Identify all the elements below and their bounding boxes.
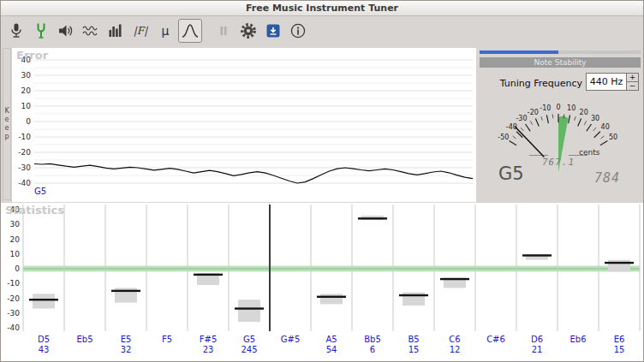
note-range-box bbox=[238, 300, 260, 322]
meter-tick-label: 40 bbox=[601, 123, 610, 131]
note-range-box bbox=[33, 294, 55, 308]
spin-up-button[interactable]: + bbox=[627, 74, 638, 81]
note-count-label: 23 bbox=[203, 345, 214, 354]
note-count-label: 54 bbox=[326, 345, 337, 354]
meter-tick-label: 30 bbox=[591, 115, 599, 122]
meter-tick bbox=[530, 121, 532, 124]
meter-tick-label: -10 bbox=[540, 104, 551, 112]
spin-down-button[interactable]: − bbox=[627, 81, 638, 90]
keep-handle[interactable]: Keep bbox=[3, 48, 11, 200]
gear-icon bbox=[238, 21, 259, 41]
meter-tick bbox=[546, 115, 548, 123]
note-count-label: 12 bbox=[450, 345, 461, 354]
meter-tick bbox=[510, 141, 517, 145]
window-titlebar[interactable]: Free Music Instrument Tuner bbox=[0, 0, 644, 16]
error-ytick: -20 bbox=[18, 148, 31, 157]
note-count-label: 6 bbox=[370, 345, 375, 354]
meter-tick bbox=[513, 136, 516, 139]
tuning-fork-icon bbox=[31, 21, 51, 41]
settings-button[interactable] bbox=[236, 19, 260, 43]
current-note-name: G5 bbox=[498, 163, 524, 184]
note-name-label: Eb5 bbox=[76, 335, 92, 344]
fourier-icon: |F| bbox=[134, 25, 147, 37]
waveform-view-button[interactable] bbox=[79, 19, 103, 43]
note-median-line bbox=[111, 290, 140, 292]
note-median-line bbox=[605, 262, 634, 264]
error-ytick: -10 bbox=[18, 133, 31, 141]
error-ytick: -30 bbox=[18, 163, 31, 172]
meter-tick-label: -50 bbox=[498, 134, 509, 141]
note-stability-progress bbox=[480, 50, 641, 54]
note-name-label: G5 bbox=[243, 335, 255, 344]
note-median-line bbox=[358, 217, 387, 219]
window-title: Free Music Instrument Tuner bbox=[246, 3, 398, 14]
note-name-label: E6 bbox=[614, 335, 625, 344]
note-name-label: B5 bbox=[408, 335, 419, 344]
note-name-label: Eb6 bbox=[569, 335, 586, 344]
mu-icon: μ bbox=[162, 24, 170, 38]
note-name-label: A5 bbox=[325, 335, 337, 344]
target-frequency: 784 bbox=[594, 170, 620, 186]
note-median-line bbox=[440, 278, 469, 280]
meter-tick bbox=[584, 121, 586, 124]
pause-button[interactable] bbox=[212, 19, 236, 43]
error-plot: 403020100-10-20-30-40 bbox=[12, 48, 476, 202]
note-name-label: D5 bbox=[38, 335, 50, 344]
histogram-icon bbox=[105, 21, 126, 41]
info-icon bbox=[288, 21, 308, 41]
statistics-panel: 403020100-10-20-30-40D543Eb5E532F5F#523G… bbox=[1, 203, 643, 362]
note-median-line bbox=[29, 299, 58, 300]
meter-tick bbox=[601, 136, 605, 139]
capture-button[interactable] bbox=[261, 19, 285, 43]
meter-tick bbox=[552, 114, 553, 118]
note-range-box bbox=[608, 260, 630, 272]
note-name-label: C#6 bbox=[486, 335, 505, 344]
stats-ytick: -10 bbox=[7, 279, 20, 288]
about-button[interactable] bbox=[286, 19, 310, 43]
histogram-view-button[interactable] bbox=[104, 19, 128, 43]
meter-tick bbox=[569, 115, 570, 123]
note-count-label: 15 bbox=[408, 345, 420, 354]
stats-ytick: 30 bbox=[10, 220, 21, 228]
meter-tick-label: 0 bbox=[556, 104, 560, 111]
microtonal-view-button[interactable]: μ bbox=[153, 19, 177, 43]
stats-ytick: 10 bbox=[10, 250, 21, 258]
gauss-icon bbox=[180, 21, 200, 41]
error-curve bbox=[34, 163, 473, 183]
note-count-label: 43 bbox=[39, 345, 50, 354]
note-name-label: C6 bbox=[449, 335, 460, 344]
meter-tick bbox=[541, 116, 543, 121]
error-ytick: 20 bbox=[21, 86, 32, 95]
tuning-fork-button[interactable] bbox=[29, 19, 53, 43]
meter-tick bbox=[587, 124, 592, 131]
meter-tick bbox=[578, 118, 581, 126]
error-ytick: -40 bbox=[18, 179, 31, 187]
stats-ytick: -30 bbox=[7, 309, 20, 317]
meter-tick bbox=[575, 116, 576, 121]
meter-tick-label: 20 bbox=[580, 109, 588, 116]
note-name-label: Bb5 bbox=[364, 335, 381, 344]
stats-ytick: -40 bbox=[7, 323, 20, 332]
mic-button[interactable] bbox=[4, 19, 28, 43]
meter-tick bbox=[593, 128, 596, 131]
statistics-plot: 403020100-10-20-30-40D543Eb5E532F5F#523G… bbox=[1, 203, 643, 362]
meter-tick-label: 10 bbox=[567, 104, 575, 112]
statistics-view-button[interactable] bbox=[178, 19, 202, 43]
tuning-frequency-value[interactable]: 440 Hz bbox=[587, 74, 626, 90]
speaker-button[interactable] bbox=[54, 19, 78, 43]
fourier-view-button[interactable]: |F| bbox=[128, 19, 152, 43]
microphone-icon bbox=[6, 21, 27, 41]
note-median-line bbox=[235, 307, 264, 309]
note-count-label: 21 bbox=[532, 345, 543, 354]
note-name-label: D6 bbox=[531, 335, 543, 344]
capture-icon bbox=[263, 21, 283, 41]
pause-icon bbox=[213, 21, 234, 41]
cents-meter: -50-40-30-20-1001020304050cents767.1 bbox=[480, 95, 641, 172]
measured-frequency: 767.1 bbox=[542, 157, 575, 168]
toolbar: |F| μ bbox=[0, 16, 644, 45]
tuning-frequency-spinbox[interactable]: 440 Hz + − bbox=[586, 73, 639, 91]
meter-tick bbox=[535, 118, 539, 126]
meter-tick bbox=[521, 128, 523, 131]
meter-tick bbox=[564, 114, 564, 118]
note-stability-title: Note Stability bbox=[480, 57, 641, 68]
